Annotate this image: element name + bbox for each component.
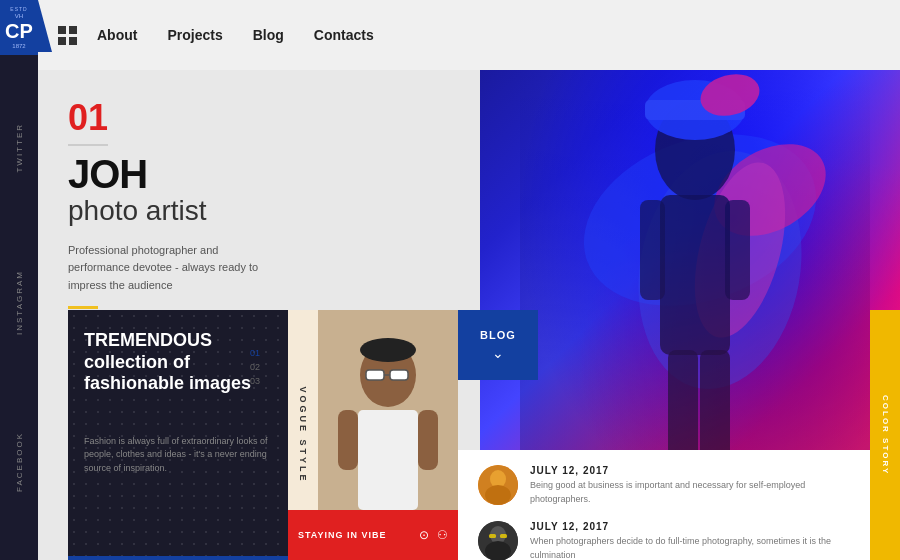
header: About Projects Blog Contacts xyxy=(38,0,900,70)
link-icon[interactable]: ⚇ xyxy=(437,528,448,542)
counter-3: 03 xyxy=(250,376,260,386)
card-dark-content: TREMENDOUS collection of fashionable ima… xyxy=(84,330,272,475)
hero-name: JOH xyxy=(68,154,388,194)
grid-cell-1 xyxy=(58,26,66,34)
svg-point-24 xyxy=(485,485,511,505)
facebook-label[interactable]: FACEBOOK xyxy=(15,424,24,500)
hero-description: Professional photographer and performanc… xyxy=(68,242,268,295)
logo-estd: ESTD xyxy=(4,6,34,12)
bottom-area: TREMENDOUS collection of fashionable ima… xyxy=(68,310,900,560)
blog-post-1-content: JULY 12, 2017 Being good at business is … xyxy=(530,465,850,506)
hero-title: photo artist xyxy=(68,194,388,228)
blog-button[interactable]: BLOG ⌄ xyxy=(458,310,538,380)
blog-posts: JULY 12, 2017 Being good at business is … xyxy=(458,450,870,560)
yellow-strip: COLOR STORY xyxy=(870,310,900,560)
card-dark: TREMENDOUS collection of fashionable ima… xyxy=(68,310,288,560)
logo[interactable]: ESTD VH CP 1872 xyxy=(0,0,38,55)
counter-1: 01 xyxy=(250,348,260,358)
blog-btn-arrow: ⌄ xyxy=(492,345,504,361)
svg-point-16 xyxy=(360,338,416,362)
hero-section: 01 JOH photo artist Professional photogr… xyxy=(38,70,900,560)
blog-post-1-date: JULY 12, 2017 xyxy=(530,465,850,476)
blog-avatar-1 xyxy=(478,465,518,505)
card-dark-title: TREMENDOUS collection of fashionable ima… xyxy=(84,330,272,395)
svg-rect-6 xyxy=(640,200,665,300)
blog-btn-label: BLOG xyxy=(480,329,516,341)
svg-rect-7 xyxy=(725,200,750,300)
card-dark-desc: Fashion is always full of extraordinary … xyxy=(84,435,272,476)
hero-content: 01 JOH photo artist Professional photogr… xyxy=(68,100,388,309)
blog-post-1: JULY 12, 2017 Being good at business is … xyxy=(478,465,850,506)
blog-post-2: JULY 12, 2017 When photographers decide … xyxy=(478,521,850,560)
nav-contacts[interactable]: Contacts xyxy=(314,27,374,43)
svg-rect-20 xyxy=(338,410,358,470)
blog-post-1-text: Being good at business is important and … xyxy=(530,479,850,506)
logo-cp: CP xyxy=(4,21,34,41)
card-blue-bar xyxy=(68,556,288,560)
card-photo-bottom: STAYING IN VIBE ⊙ ⚇ xyxy=(288,510,458,560)
grid-cell-2 xyxy=(69,26,77,34)
blog-area: BLOG ⌄ JULY 12, 2017 Being good a xyxy=(458,310,870,560)
vogue-label: VOGUE STYLE xyxy=(298,386,308,483)
svg-rect-18 xyxy=(390,370,408,380)
blog-post-2-text: When photographers decide to do full-tim… xyxy=(530,535,850,560)
grid-cell-3 xyxy=(58,37,66,45)
social-labels: TWITTER INSTAGRAM FACEBOOK xyxy=(15,55,24,560)
instagram-label[interactable]: INSTAGRAM xyxy=(15,262,24,343)
logo-vh: VH xyxy=(4,13,34,19)
hero-number: 01 xyxy=(68,100,388,136)
left-sidebar: ESTD VH CP 1872 TWITTER INSTAGRAM FACEBO… xyxy=(0,0,38,560)
nav-projects[interactable]: Projects xyxy=(167,27,222,43)
main-nav: About Projects Blog Contacts xyxy=(97,27,374,43)
blog-post-2-date: JULY 12, 2017 xyxy=(530,521,850,532)
blog-avatar-2 xyxy=(478,521,518,560)
staying-in-vibe-text: STAYING IN VIBE xyxy=(298,530,411,540)
nav-about[interactable]: About xyxy=(97,27,137,43)
card-counter: 01 02 03 xyxy=(250,348,260,386)
yellow-strip-text: COLOR STORY xyxy=(881,395,890,475)
nav-blog[interactable]: Blog xyxy=(253,27,284,43)
twitter-label[interactable]: TWITTER xyxy=(15,115,24,181)
hero-accent-line xyxy=(68,306,98,309)
svg-rect-14 xyxy=(358,410,418,510)
blog-post-2-content: JULY 12, 2017 When photographers decide … xyxy=(530,521,850,560)
counter-2: 02 xyxy=(250,362,260,372)
hero-divider xyxy=(68,144,108,146)
photo-image xyxy=(318,310,458,510)
logo-year: 1872 xyxy=(4,43,34,49)
grid-icon[interactable] xyxy=(58,26,77,45)
info-icon[interactable]: ⊙ xyxy=(419,528,429,542)
svg-rect-21 xyxy=(418,410,438,470)
svg-rect-17 xyxy=(366,370,384,380)
card-photo: VOGUE STYLE xyxy=(288,310,458,560)
svg-rect-28 xyxy=(489,534,496,538)
triangle-decoration xyxy=(38,0,52,52)
photo-figure xyxy=(318,310,458,510)
svg-rect-29 xyxy=(500,534,507,538)
grid-cell-4 xyxy=(69,37,77,45)
